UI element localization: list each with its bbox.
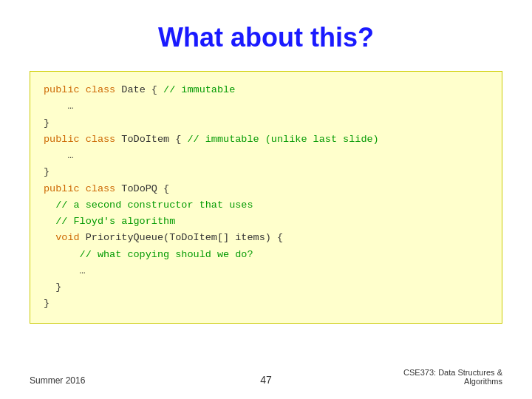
code-line-1: public class Date { // immutable [44, 82, 488, 98]
code-line-12: … [44, 263, 488, 279]
slide-title: What about this? [30, 22, 502, 53]
code-block: public class Date { // immutable … } pub… [30, 71, 502, 324]
code-line-4: public class ToDoItem { // immutable (un… [44, 132, 488, 148]
footer-page-number: 47 [260, 374, 272, 386]
footer-right: CSE373: Data Structures & Algorithms [384, 368, 502, 386]
code-line-14: } [44, 296, 488, 312]
footer-left: Summer 2016 [30, 375, 85, 386]
code-line-2: … [44, 98, 488, 115]
code-line-6: } [44, 164, 488, 180]
slide-container: What about this? public class Date { // … [0, 0, 532, 399]
code-line-3: } [44, 115, 488, 132]
code-line-13: } [44, 279, 488, 296]
code-line-11: // what copying should we do? [44, 247, 488, 263]
code-line-7: public class ToDoPQ { [44, 181, 488, 197]
code-line-5: … [44, 148, 488, 164]
footer: Summer 2016 47 CSE373: Data Structures &… [0, 368, 532, 386]
code-line-8: // a second constructor that uses [44, 197, 488, 214]
code-line-9: // Floyd's algorithm [44, 214, 488, 230]
code-line-10: void PriorityQueue(ToDoItem[] items) { [44, 230, 488, 246]
